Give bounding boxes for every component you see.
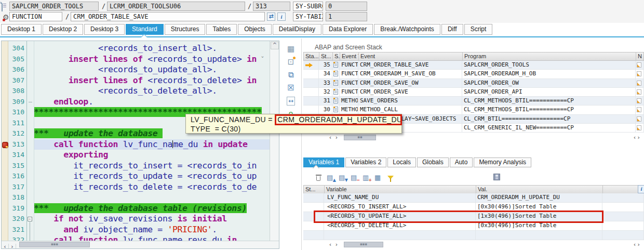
tab-break-watchpoints[interactable]: Break./Watchpoints [374, 24, 440, 35]
breakpoint-marker[interactable] [2, 142, 8, 148]
stack-column-header[interactable]: N [636, 52, 644, 60]
tab-data-explorer[interactable]: Data Explorer [323, 24, 373, 35]
editor-vertical-scrollbar[interactable]: ^ [270, 41, 279, 242]
navigation-icon[interactable] [637, 71, 641, 76]
tab-desktop-3[interactable]: Desktop 3 [84, 24, 125, 35]
variable-row[interactable]: <RECORDS_TO_UPDATE_ALL>[1x30(496)]Sorted… [303, 212, 644, 221]
code-line-318[interactable]: 318 [2, 192, 270, 203]
duplicate-window-icon[interactable]: ⧉ [286, 70, 296, 80]
code-line-317[interactable]: it_records_to_delete = <records_to_de317 [2, 182, 270, 193]
sy-tabix-value-field[interactable]: 1 [326, 12, 367, 21]
stack-row[interactable]: 35FUNCTIO.CRM_ORDER_TABLE_SAVESAPLCRM_OR… [303, 61, 644, 70]
tab-variables-1[interactable]: Variables 1 [303, 157, 344, 167]
tab-diff[interactable]: Diff [441, 24, 463, 35]
variables-column-header[interactable]: Variable [325, 186, 476, 193]
tab-script[interactable]: Script [464, 24, 493, 35]
scroll-right-button[interactable]: › [333, 134, 340, 141]
code-line-305[interactable]: insert lines of <records_to_update> in ˇ… [2, 54, 270, 65]
code-line-314[interactable]: exporting314 [2, 150, 270, 161]
scroll-right-pair[interactable]: ‹ › [634, 134, 640, 141]
stack-hscroll-thumb[interactable]: ▪▪ [344, 135, 376, 140]
stack-column-header[interactable]: Program [463, 52, 636, 60]
navigation-icon[interactable] [637, 89, 641, 95]
table-view-1-icon[interactable]: ▤▲ [327, 174, 335, 182]
stack-row[interactable]: 32FUNCTIO.CRM_ORDER_SAVESAPLCRM_ORDER_AP… [303, 88, 644, 97]
tab-auto[interactable]: Auto [450, 157, 473, 167]
navigation-icon[interactable] [637, 81, 641, 86]
variable-value-cell[interactable]: [0x30(496)]Sorted Table [476, 203, 602, 212]
tab-memory-analysis[interactable]: Memory Analysis [474, 157, 531, 167]
stack-column-header[interactable]: S.. [333, 52, 340, 60]
variable-row[interactable]: <RECORDS_TO_DELETE_ALL>[0x30(496)]Sorted… [303, 221, 644, 231]
delete-row-icon[interactable]: ▤− [351, 174, 359, 182]
tab-desktop-1[interactable]: Desktop 1 [1, 24, 42, 35]
stack-row[interactable]: 33FUNCTIO.CRM_ORDER_SAVE_OWSAPLCRM_ORDER… [303, 79, 644, 88]
variable-value-cell[interactable]: [1x30(496)]Sorted Table [476, 212, 602, 221]
tab-desktop-2[interactable]: Desktop 2 [43, 24, 83, 35]
stack-row[interactable]: 30METHODMETHOD_CALLCL_CRM_METHODS_BTIL==… [303, 106, 644, 114]
scroll-right-button[interactable]: › [333, 241, 340, 248]
variable-row[interactable] [303, 231, 644, 240]
code-line-307[interactable]: insert lines of <records_to_delete> in30… [2, 75, 270, 86]
include-field[interactable]: LCRM_ORDER_TOOLSU06 [107, 2, 245, 11]
scroll-right-pair[interactable]: ‹ › [634, 241, 640, 248]
code-line-321[interactable]: and iv_object_name = 'PRICING'.321 [2, 225, 270, 235]
tab-globals[interactable]: Globals [417, 157, 449, 167]
code-line-304[interactable]: <records_to_insert_all>.304 [2, 43, 270, 54]
tab-standard[interactable]: Standard [126, 24, 164, 35]
sy-subrc-value-field[interactable]: 0 [326, 2, 367, 11]
change-layout-icon[interactable]: ▦ [374, 174, 383, 182]
code-line-319[interactable]: *** update the database table (revisions… [2, 203, 270, 214]
insert-columns-icon[interactable]: ▥+ [363, 174, 371, 182]
code-line-315[interactable]: it_records_to_insert = <records_to_in315 [2, 161, 270, 172]
variables-column-header[interactable]: Val. [476, 186, 603, 193]
hscroll-thumb[interactable]: ▪▪▪ [19, 242, 90, 247]
code-line-316[interactable]: it_records_to_update = <records_to_up316 [2, 171, 270, 182]
info-button[interactable]: i [277, 12, 286, 21]
navigation-icon[interactable] [637, 98, 641, 103]
tab-objects[interactable]: Objects [238, 24, 272, 35]
stack-row[interactable]: 34FUNCTIO.CRM_ORDERADM_H_SAVE_OBSAPLCRM_… [303, 70, 644, 78]
scroll-left-button[interactable]: ‹ [327, 241, 333, 248]
filter-icon[interactable] [386, 174, 395, 182]
variables-column-header[interactable]: St... [304, 186, 325, 193]
line-number-field[interactable]: 313 [253, 2, 290, 11]
new-session-icon[interactable]: ⊡ [286, 57, 296, 67]
services-icon[interactable]: ▦ [286, 44, 296, 54]
variables-hscroll-thumb[interactable]: ▪▪▪ [344, 242, 383, 247]
change-source-button[interactable]: ⇄ [267, 12, 275, 21]
variable-value-cell[interactable]: CRM_ORDERADM_H_UPDATE_DU [476, 193, 602, 202]
stack-row[interactable]: 31METHODSAVE_ORDERSCL_CRM_METHODS_BTIL==… [303, 97, 644, 106]
stack-column-header[interactable]: Sta... [304, 52, 319, 60]
stack-column-header[interactable]: Event [359, 52, 463, 60]
tab-variables-2[interactable]: Variables 2 [345, 157, 386, 167]
fold-collapse-marker[interactable]: − [28, 217, 32, 221]
code-line-306[interactable]: <records_to_update_all>.306 [2, 64, 270, 75]
scroll-up-button[interactable]: ^ [271, 42, 279, 49]
variable-row[interactable]: LV_FUNC_NAME_DUCRM_ORDERADM_H_UPDATE_DU [303, 193, 644, 203]
navigation-icon[interactable] [637, 116, 641, 122]
tab-locals[interactable]: Locals [387, 157, 416, 167]
sy-subrc-label-field[interactable]: SY-SUBRC [293, 2, 323, 11]
scroll-left-button[interactable]: ‹ [327, 134, 333, 141]
editor-horizontal-scrollbar[interactable]: ‹› ▪▪▪ [2, 241, 279, 248]
code-line-313[interactable]: call function lv_func_name_du in update3… [2, 139, 270, 150]
scroll-right-button[interactable]: › [9, 244, 16, 249]
stack-column-header[interactable]: St... [319, 52, 333, 60]
close-window-icon[interactable]: ☒ [286, 83, 296, 93]
code-line-309[interactable]: endloop.309 [2, 97, 270, 108]
code-line-320[interactable]: if not iv_save_revisions is initial320 [2, 214, 270, 225]
variable-value-cell[interactable]: [0x30(496)]Sorted Table [476, 221, 602, 230]
variable-value-cell[interactable] [476, 231, 602, 240]
variable-row[interactable]: <RECORDS_TO_INSERT_ALL>[0x30(496)]Sorted… [303, 203, 644, 212]
table-view-2-icon[interactable]: ▤▼ [339, 174, 347, 182]
fit-width-icon[interactable]: ↔ [286, 96, 296, 106]
unit-type-field[interactable]: FUNCTION [9, 12, 62, 21]
stack-column-header[interactable]: Event T... [340, 52, 359, 60]
main-program-field[interactable]: SAPLCRM_ORDER_TOOLS [9, 2, 99, 11]
tab-tables[interactable]: Tables [206, 24, 237, 35]
navigation-icon[interactable] [637, 125, 641, 130]
scroll-left-button[interactable]: ‹ [2, 244, 9, 249]
sy-tabix-label-field[interactable]: SY-TABIX [293, 12, 323, 21]
tab-detaildisplay[interactable]: DetailDisplay [273, 24, 321, 35]
